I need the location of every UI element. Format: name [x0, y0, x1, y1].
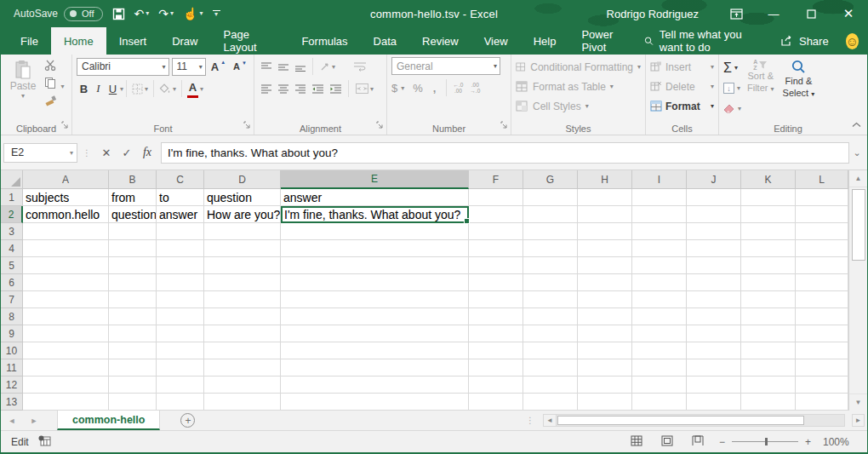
cell-J12[interactable]	[687, 376, 741, 394]
font-color-button[interactable]: A ▾	[185, 79, 206, 98]
cell-I1[interactable]	[632, 189, 687, 206]
zoom-slider-handle[interactable]	[765, 438, 768, 445]
cell-A11[interactable]	[23, 359, 109, 376]
maximize-button[interactable]	[792, 0, 830, 27]
row-header-12[interactable]: 12	[1, 376, 23, 394]
cell-K2[interactable]	[741, 206, 796, 223]
row-header-9[interactable]: 9	[1, 325, 23, 342]
cell-D1[interactable]: question	[204, 189, 281, 206]
cell-J1[interactable]	[687, 189, 741, 206]
decrease-decimal-button[interactable]: .00→.0	[470, 82, 480, 95]
cell-H10[interactable]	[578, 342, 632, 359]
next-sheet-arrow[interactable]: ►	[23, 411, 45, 430]
cell-C2[interactable]: answer	[157, 206, 204, 223]
cell-A6[interactable]	[23, 274, 109, 291]
cell-L10[interactable]	[796, 342, 848, 359]
zoom-out-button[interactable]: −	[719, 436, 725, 448]
page-break-view-button[interactable]	[692, 435, 704, 449]
autosave-toggle[interactable]: AutoSave Off	[14, 7, 103, 21]
cell-H4[interactable]	[578, 240, 632, 257]
cell-G5[interactable]	[523, 257, 578, 274]
cell-A10[interactable]	[23, 342, 109, 359]
cell-L3[interactable]	[796, 223, 848, 240]
cell-F1[interactable]	[469, 189, 523, 206]
cell-I9[interactable]	[632, 325, 687, 342]
borders-button[interactable]: ▾	[129, 79, 151, 98]
cell-B12[interactable]	[109, 376, 157, 394]
align-right-button[interactable]	[293, 79, 308, 98]
cell-D8[interactable]	[204, 308, 281, 325]
tab-help[interactable]: Help	[521, 27, 569, 55]
column-header-D[interactable]: D	[204, 170, 281, 189]
cell-B6[interactable]	[109, 274, 157, 291]
top-align-button[interactable]	[259, 57, 274, 76]
cell-L13[interactable]	[796, 394, 848, 411]
decrease-indent-button[interactable]	[310, 79, 326, 98]
increase-font-size-button[interactable]: A▲	[208, 57, 228, 76]
tab-data[interactable]: Data	[361, 27, 409, 55]
cell-E10[interactable]	[281, 342, 469, 359]
paste-button[interactable]: Paste ▾	[5, 57, 41, 110]
cell-L5[interactable]	[796, 257, 848, 274]
align-center-button[interactable]	[276, 79, 291, 98]
underline-button[interactable]: U	[106, 83, 120, 95]
cell-K7[interactable]	[741, 291, 796, 308]
row-header-13[interactable]: 13	[1, 394, 23, 411]
delete-cells-button[interactable]: Delete ▾	[650, 77, 714, 96]
minimize-button[interactable]: —	[755, 0, 792, 27]
close-button[interactable]: ✕	[830, 0, 867, 27]
cancel-entry-button[interactable]: ✕	[96, 143, 117, 163]
column-header-C[interactable]: C	[157, 170, 204, 189]
row-header-10[interactable]: 10	[1, 342, 23, 359]
cell-G1[interactable]	[523, 189, 578, 206]
increase-indent-button[interactable]	[328, 79, 344, 98]
cell-D13[interactable]	[204, 394, 281, 411]
tab-draw[interactable]: Draw	[159, 27, 210, 55]
cell-H7[interactable]	[578, 291, 632, 308]
bottom-align-button[interactable]	[293, 57, 308, 76]
cell-J11[interactable]	[687, 359, 741, 376]
cell-C10[interactable]	[157, 342, 204, 359]
format-cells-button[interactable]: Format ▾	[650, 96, 714, 116]
fill-button[interactable]: ↓ ▾	[723, 78, 741, 98]
cell-L11[interactable]	[796, 359, 848, 376]
cell-I12[interactable]	[632, 376, 687, 394]
cell-C4[interactable]	[157, 240, 204, 257]
select-all-corner[interactable]	[1, 170, 23, 189]
row-header-7[interactable]: 7	[1, 291, 23, 308]
tab-insert[interactable]: Insert	[106, 27, 160, 55]
cell-G7[interactable]	[523, 291, 578, 308]
cell-H13[interactable]	[578, 394, 632, 411]
fill-color-button[interactable]: ▾	[157, 79, 179, 98]
column-header-F[interactable]: F	[469, 170, 523, 189]
cell-L6[interactable]	[796, 274, 848, 291]
cell-C8[interactable]	[157, 308, 204, 325]
confirm-entry-button[interactable]: ✓	[117, 143, 137, 163]
cell-L12[interactable]	[796, 376, 848, 394]
font-name-select[interactable]: Calibri ▾	[77, 58, 169, 76]
touch-mode-caret-icon[interactable]: ▾	[200, 10, 203, 17]
underline-caret-icon[interactable]: ▾	[120, 85, 123, 93]
cell-K9[interactable]	[741, 325, 796, 342]
cell-B9[interactable]	[109, 325, 157, 342]
horizontal-scrollbar[interactable]: ◄ ►	[543, 411, 867, 430]
cell-F4[interactable]	[469, 240, 523, 257]
cell-I11[interactable]	[632, 359, 687, 376]
column-header-B[interactable]: B	[109, 170, 157, 189]
column-header-J[interactable]: J	[687, 170, 741, 189]
number-dialog-launcher[interactable]	[500, 117, 508, 132]
cell-C5[interactable]	[157, 257, 204, 274]
cell-K12[interactable]	[741, 376, 796, 394]
comma-style-button[interactable]: ,	[433, 82, 437, 95]
tab-home[interactable]: Home	[51, 27, 106, 55]
cell-F9[interactable]	[469, 325, 523, 342]
cell-B7[interactable]	[109, 291, 157, 308]
cell-C7[interactable]	[157, 291, 204, 308]
cell-G4[interactable]	[523, 240, 578, 257]
tab-review[interactable]: Review	[409, 27, 471, 55]
cell-B11[interactable]	[109, 359, 157, 376]
cell-D4[interactable]	[204, 240, 281, 257]
cell-J10[interactable]	[687, 342, 741, 359]
cell-C11[interactable]	[157, 359, 204, 376]
zoom-level[interactable]: 100%	[823, 436, 862, 448]
